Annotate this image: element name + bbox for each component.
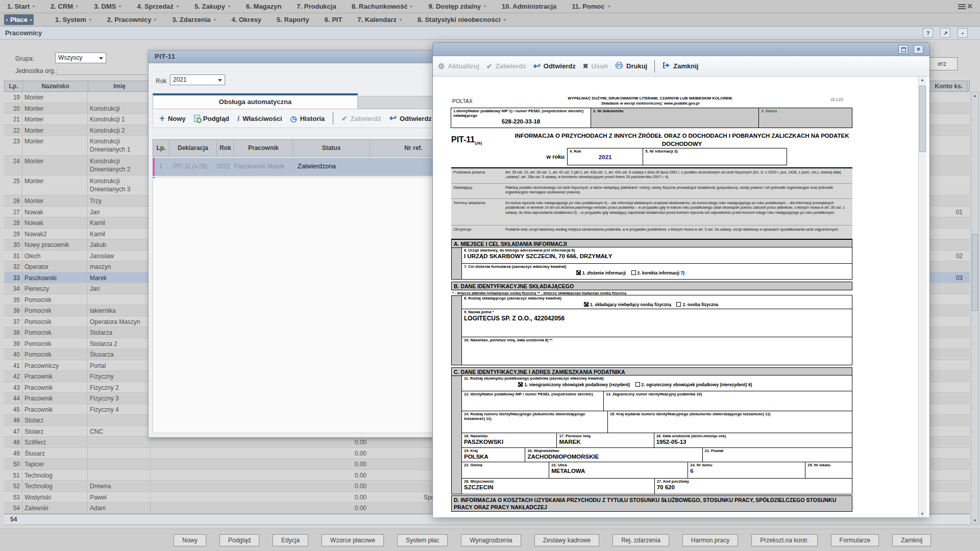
legal-info-table: Podstawa prawnaArt. 35 ust. 10, art. 39 … bbox=[451, 167, 852, 240]
menu-item-1-start[interactable]: 1. Start bbox=[7, 3, 35, 10]
historia-button[interactable]: ◷Historia bbox=[290, 115, 325, 122]
preview-titlebar[interactable] bbox=[433, 43, 929, 56]
zestawy-kadrowe-button[interactable]: Zestawy kadrowe bbox=[534, 534, 599, 546]
harmon-pracy-button[interactable]: Harmon.pracy bbox=[682, 534, 738, 546]
expand-icon[interactable]: ↗ bbox=[940, 28, 950, 38]
cell-lp: 34 bbox=[4, 283, 22, 294]
cell-imie: Konstrukcji 1 bbox=[88, 114, 151, 124]
checkbox-osoba-fizyczna[interactable] bbox=[676, 302, 681, 307]
col-status[interactable]: Status bbox=[293, 140, 370, 156]
rok-select[interactable]: 2021 bbox=[170, 74, 225, 85]
zamknij-button[interactable]: Zamknij bbox=[892, 534, 931, 546]
menu-item-8-rachunkowość[interactable]: 8. Rachunkowość bbox=[352, 3, 413, 10]
col-lp[interactable]: Lp. bbox=[153, 140, 169, 156]
system-płac-button[interactable]: System płac bbox=[397, 534, 448, 546]
menu-item-2-pracownicy[interactable]: 2. Pracownicy bbox=[107, 16, 157, 23]
cell-nazwisko: Pomocnik bbox=[22, 305, 88, 316]
undo-icon: ↩ bbox=[533, 63, 541, 70]
menu-item-4-okresy[interactable]: 4. Okresy bbox=[232, 16, 262, 23]
nowy-button[interactable]: +Nowy bbox=[159, 115, 186, 122]
rej-zdarzenia-button[interactable]: Rej. zdarzenia bbox=[612, 534, 669, 546]
checkbox-niebedacy-osoba-fizyczna[interactable] bbox=[584, 302, 589, 307]
formularze-button[interactable]: Formularze bbox=[831, 534, 879, 546]
scrollbar-thumb[interactable] bbox=[972, 234, 978, 311]
checkbox-korekta[interactable] bbox=[631, 270, 636, 275]
checkbox-zlozenie-checked[interactable] bbox=[576, 270, 581, 275]
właściwości-button[interactable]: iWłaściwości bbox=[237, 114, 282, 123]
preview-scrollbar[interactable]: ▲ ▼ bbox=[918, 77, 926, 517]
cell-nazwisko: Pierwszy bbox=[22, 283, 88, 294]
active-module-plac[interactable]: Płace bbox=[4, 14, 34, 25]
group-select[interactable]: Wszyscy bbox=[55, 53, 106, 63]
form-top-notes: WYPEŁNIAĆ DUŻYMI, DRUKOWANYMI LITERAMI, … bbox=[528, 96, 773, 106]
field-powiat: 21. Powiat bbox=[702, 447, 852, 462]
odtwierdz-button[interactable]: ↩Odtwierdz bbox=[533, 62, 576, 70]
help-icon[interactable]: ? bbox=[923, 28, 933, 38]
menu-item-3-dms[interactable]: 3. DMS bbox=[94, 3, 121, 10]
col-pracownik[interactable]: Pracownik bbox=[234, 140, 293, 156]
cell-imie: Fizyczny 4 bbox=[88, 404, 151, 415]
wzorce-płacowe-button[interactable]: Wzorce płacowe bbox=[322, 534, 384, 546]
menu-item-6-pit[interactable]: 6. PIT bbox=[325, 16, 342, 23]
col-rok[interactable]: Rok bbox=[217, 140, 234, 156]
podgląd-button[interactable]: Podgląd bbox=[219, 534, 259, 546]
menu-item-3-zdarzenia[interactable]: 3. Zdarzenia bbox=[172, 16, 216, 23]
menu-item-7-kalendarz[interactable]: 7. Kalendarz bbox=[357, 16, 402, 23]
nowy-button[interactable]: Nowy bbox=[174, 534, 206, 546]
col-konto[interactable]: Konto ks. bbox=[929, 81, 967, 91]
pin-icon[interactable]: ▪ bbox=[958, 28, 968, 38]
menu-item-5-zakupy[interactable]: 5. Zakupy bbox=[194, 3, 231, 10]
cell-lp: 50 bbox=[4, 459, 22, 469]
restore-window-icon[interactable] bbox=[898, 45, 908, 54]
menu-item-6-magazyn[interactable]: 6. Magazyn bbox=[246, 3, 281, 10]
checkbox-rezydent[interactable] bbox=[518, 382, 523, 387]
legal-label: Składający bbox=[451, 184, 502, 198]
scrollbar-thumb[interactable] bbox=[919, 86, 926, 152]
field-nazwa-pelna: 9. Nazwa pełna * LOGITECUS SP. Z O.O., 4… bbox=[461, 309, 852, 337]
field-miejscowosc: 26. MiejscowośćSZCZECIN bbox=[461, 478, 655, 494]
col-lp[interactable]: Lp. bbox=[5, 81, 23, 91]
hamburger-icon[interactable] bbox=[958, 4, 966, 9]
menu-item-9-dostęp-zdalny[interactable]: 9. Dostęp zdalny bbox=[428, 3, 486, 10]
chevron-down-icon bbox=[32, 6, 35, 8]
drukuj-button[interactable]: Drukuj bbox=[615, 62, 647, 70]
menu-item-8-statystyki-nieobecności[interactable]: 8. Statystyki nieobecności bbox=[418, 16, 506, 23]
menu-item-5-raporty[interactable]: 5. Raporty bbox=[277, 16, 309, 23]
cell-lp: 40 bbox=[4, 349, 22, 360]
declaration-row-1[interactable]: 1PIT-11 (v.26)2021Paszkowski MarekZatwie… bbox=[153, 158, 458, 176]
field-data-urodzenia: 18. Data urodzenia (dzień-miesiąc-rok)19… bbox=[654, 433, 852, 448]
menu-item-4-sprzedaż[interactable]: 4. Sprzedaż bbox=[137, 3, 179, 10]
menu-item-11-pomoc[interactable]: 11. Pomoc bbox=[572, 3, 610, 10]
zamknij-button[interactable]: Zamknij bbox=[662, 62, 698, 70]
cell-nazwisko: Pomocnik bbox=[22, 316, 88, 327]
scroll-up-icon[interactable]: ▲ bbox=[972, 93, 977, 98]
pit11-dialog-title[interactable]: PIT-11 bbox=[149, 51, 461, 63]
col-deklaracja[interactable]: Deklaracja bbox=[169, 140, 217, 156]
cell-lp: 45 bbox=[4, 404, 22, 415]
scroll-down-icon[interactable]: ▼ bbox=[920, 512, 925, 516]
cell-konto bbox=[929, 492, 967, 503]
checkbox-nierezydent[interactable] bbox=[635, 382, 640, 387]
main-scrollbar[interactable]: ▲ ▼ bbox=[971, 92, 979, 524]
wynagrodzenia-button[interactable]: Wynagrodzenia bbox=[461, 534, 521, 546]
przekszt-na-kontr-button[interactable]: Przekszt.na kontr. bbox=[751, 534, 817, 546]
org-unit-field[interactable] bbox=[55, 74, 146, 75]
col-nazwisko[interactable]: Nazwisko bbox=[23, 81, 88, 91]
menu-item-7-produkcja[interactable]: 7. Produkcja bbox=[297, 3, 336, 10]
close-module-icon[interactable]: ✕ bbox=[967, 2, 973, 10]
menu-item-2-crm[interactable]: 2. CRM bbox=[51, 3, 79, 10]
podgląd-button[interactable]: Podgląd bbox=[194, 115, 229, 122]
legal-label: Terminy składania bbox=[451, 199, 502, 225]
edycja-button[interactable]: Edycja bbox=[273, 534, 308, 546]
close-window-icon[interactable]: ✕ bbox=[914, 45, 923, 54]
col-imie[interactable]: Imię bbox=[88, 81, 151, 91]
menu-item-1-system[interactable]: 1. System bbox=[55, 16, 92, 23]
cell-konto bbox=[929, 437, 967, 447]
cell-wartosc: 0.00 bbox=[335, 459, 369, 469]
scroll-up-icon[interactable]: ▲ bbox=[920, 78, 925, 82]
menu-item-10-administracja[interactable]: 10. Administracja bbox=[502, 3, 556, 10]
tab-obsluga-automatyczna[interactable]: Obsługa automatyczna bbox=[153, 93, 358, 109]
cell-nazwisko: Pracownik bbox=[22, 382, 88, 393]
scroll-down-icon[interactable]: ▼ bbox=[972, 518, 977, 523]
odtwierdz-button[interactable]: ↩Odtwierdz bbox=[389, 115, 432, 122]
